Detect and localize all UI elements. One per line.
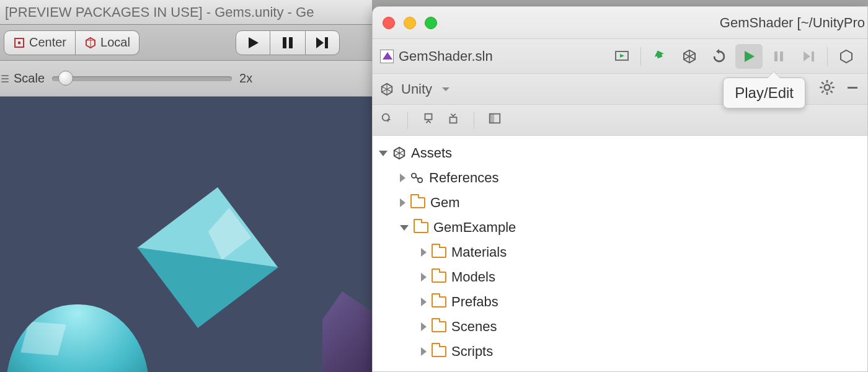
solution-explorer-tree[interactable]: Assets References Gem GemExample Materia… [373, 136, 867, 371]
toolbar-separator [407, 112, 408, 129]
run-target-icon [614, 49, 629, 64]
svg-rect-4 [325, 37, 328, 48]
hammer-icon [652, 49, 667, 64]
settings-button[interactable] [819, 79, 835, 99]
tree-node-label: Materials [451, 244, 507, 260]
toolbar-separator [640, 47, 641, 66]
play-icon [246, 36, 260, 50]
minimize-icon [845, 80, 860, 95]
tree-node-gemexample[interactable]: GemExample [373, 215, 867, 240]
svg-line-26 [415, 177, 418, 179]
gem-render-cyan-1 [127, 177, 288, 339]
references-icon [410, 171, 424, 185]
expand-arrow-icon[interactable] [421, 248, 427, 257]
svg-rect-2 [283, 37, 286, 48]
folder-icon [414, 222, 428, 233]
solution-selector[interactable]: GemShader.sln [380, 48, 493, 64]
folder-icon [432, 272, 446, 283]
folder-icon [432, 346, 446, 357]
window-traffic-lights [383, 17, 437, 29]
refresh-icon [712, 49, 727, 64]
svg-point-9 [825, 84, 830, 90]
gem-render-purple [322, 291, 372, 372]
step-button[interactable] [795, 44, 822, 69]
pause-button[interactable] [270, 30, 305, 55]
run-target-button[interactable] [608, 44, 636, 69]
tree-node-materials[interactable]: Materials [373, 240, 867, 265]
tree-node-label: Prefabs [451, 294, 498, 310]
pivot-local-label: Local [100, 35, 130, 50]
unity-main-toolbar: Center Local [0, 25, 372, 61]
pause-icon [771, 49, 786, 64]
scroll-from-source-button[interactable] [380, 112, 394, 128]
solution-name: GemShader.sln [399, 48, 493, 64]
expand-arrow-icon[interactable] [421, 298, 427, 306]
unity-title-bar: [PREVIEW PACKAGES IN USE] - Gems.unity -… [0, 0, 372, 25]
pivot-mode-group: Center Local [4, 30, 140, 55]
collapse-all-button[interactable] [446, 112, 460, 128]
unity-icon [380, 82, 394, 96]
window-close-button[interactable] [383, 17, 395, 29]
play-run-icon [742, 49, 756, 64]
scale-slider[interactable] [52, 76, 232, 81]
gear-icon [819, 79, 835, 95]
folder-icon [432, 296, 446, 308]
step-icon [801, 49, 816, 64]
tree-node-gem[interactable]: Gem [373, 190, 867, 215]
window-icon [488, 112, 502, 125]
expand-arrow-icon[interactable] [379, 151, 388, 156]
expand-all-button[interactable] [422, 112, 435, 128]
tree-node-scenes[interactable]: Scenes [373, 314, 867, 339]
window-minimize-button[interactable] [404, 17, 416, 29]
expand-arrow-icon[interactable] [421, 273, 427, 281]
pivot-center-button[interactable]: Center [4, 30, 76, 55]
scale-value: 2x [239, 71, 252, 86]
solution-icon [380, 50, 394, 63]
svg-line-17 [830, 82, 832, 84]
attach-unity-button[interactable] [676, 44, 703, 69]
tree-node-prefabs[interactable]: Prefabs [373, 290, 867, 314]
expand-arrow-icon[interactable] [400, 198, 405, 207]
local-icon [84, 37, 97, 49]
svg-rect-8 [812, 51, 814, 61]
pause-button[interactable] [765, 44, 792, 69]
pause-icon [281, 36, 294, 50]
play-edit-tooltip: Play/Edit [723, 78, 805, 108]
config-dropdown[interactable]: Unity [401, 81, 432, 97]
tree-node-scripts[interactable]: Scripts [373, 339, 867, 364]
cube-button[interactable] [833, 44, 860, 69]
pivot-local-button[interactable]: Local [76, 30, 140, 55]
tree-node-label: Scenes [451, 319, 497, 335]
unity-window-title: [PREVIEW PACKAGES IN USE] - Gems.unity -… [5, 4, 314, 20]
toolbar-separator [827, 47, 828, 66]
expand-all-icon [422, 112, 435, 125]
unity-scene-toolbar: Scale 2x [0, 61, 372, 97]
scale-slider-thumb[interactable] [58, 71, 73, 86]
toolbar-separator [474, 112, 474, 129]
build-button[interactable] [646, 44, 673, 69]
svg-line-16 [822, 91, 823, 92]
expand-arrow-icon[interactable] [400, 225, 409, 231]
svg-line-15 [830, 91, 832, 92]
expand-arrow-icon[interactable] [421, 322, 427, 331]
locate-icon [380, 112, 394, 125]
tree-node-references[interactable]: References [373, 166, 867, 190]
unity-game-viewport [0, 97, 372, 372]
chevron-down-icon [441, 84, 451, 94]
step-button[interactable] [305, 30, 340, 55]
rider-ide-window: GemShader [~/UnityPro GemShader.sln [372, 6, 868, 372]
show-folders-button[interactable] [488, 112, 502, 128]
panel-drag-handle[interactable] [1, 75, 9, 82]
svg-rect-23 [490, 114, 494, 123]
hide-panel-button[interactable] [845, 80, 860, 99]
play-button[interactable] [236, 30, 270, 55]
solution-view-toolbar [373, 105, 867, 136]
tree-root-assets[interactable]: Assets [373, 141, 867, 166]
window-zoom-button[interactable] [425, 17, 437, 29]
expand-arrow-icon[interactable] [400, 174, 405, 182]
play-edit-button[interactable] [735, 44, 763, 69]
refresh-button[interactable] [706, 44, 733, 69]
tree-node-label: Gem [430, 195, 460, 211]
tree-node-models[interactable]: Models [373, 265, 867, 290]
expand-arrow-icon[interactable] [421, 347, 427, 356]
